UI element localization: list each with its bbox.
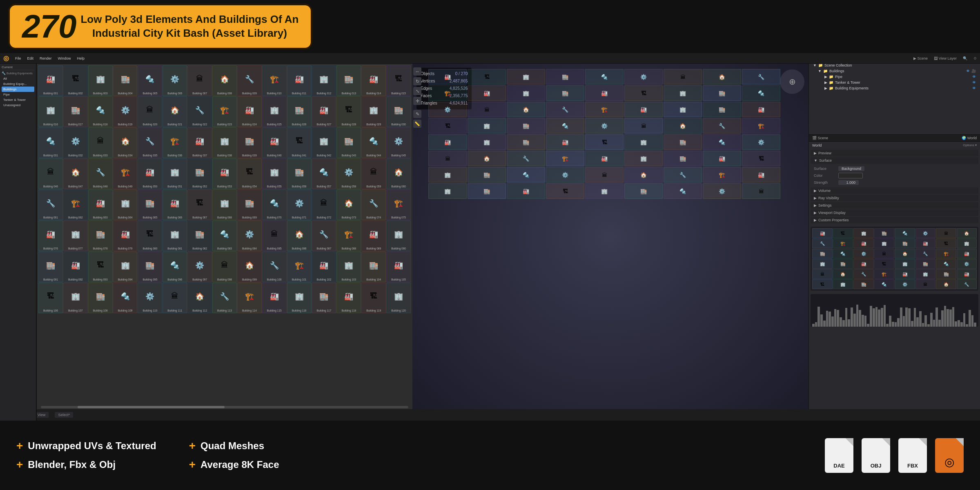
building-cell-008[interactable]: 🏠Building 008 [212,65,237,96]
sidebar-buildings[interactable]: Buildings [2,87,34,92]
mini-viewport-building-29[interactable]: 🏬 [507,118,545,134]
building-cell-030[interactable]: 🏬Building 030 [386,96,411,127]
building-cell-046[interactable]: 🏛Building 046 [38,158,63,189]
preview-section[interactable]: ▶ Preview [811,150,978,156]
building-cell-065[interactable]: 🏬Building 065 [138,189,162,220]
sidebar-unassigned[interactable]: Unassigned [2,102,34,108]
mini-viewport-building-65[interactable]: 🏭 [507,183,545,199]
building-cell-094[interactable]: 🏢Building 094 [113,252,138,282]
mini-viewport-building-33[interactable]: 🏠 [664,118,702,134]
mini-viewport-building-2[interactable]: 🏢 [507,69,545,85]
building-cell-073[interactable]: 🏠Building 073 [336,189,361,220]
pipe-eye-icon[interactable]: 👁 [972,75,976,79]
building-cell-034[interactable]: 🏠Building 034 [113,127,138,158]
props-thumb-21[interactable]: 🔧 [915,249,936,258]
building-cell-076[interactable]: 🏭Building 076 [38,220,63,251]
building-cell-009[interactable]: 🔧Building 009 [237,65,262,96]
building-cell-099[interactable]: 🏠Building 099 [237,252,262,282]
building-cell-010[interactable]: 🏗️Building 010 [262,65,287,96]
building-cell-116[interactable]: 🏢Building 116 [287,283,312,313]
building-cell-066[interactable]: 🏭Building 066 [163,189,187,220]
building-cell-014[interactable]: 🏭Building 014 [361,65,386,96]
props-thumb-23[interactable]: 🏭 [957,249,977,258]
building-cell-077[interactable]: 🏢Building 077 [63,220,88,251]
mini-viewport-building-57[interactable]: ⚙️ [546,167,584,183]
mini-viewport-building-10[interactable]: 🏭 [468,85,506,101]
measure-icon[interactable]: 📏 [413,120,421,128]
building-cell-025[interactable]: 🏢Building 025 [262,96,287,127]
mini-viewport-building-18[interactable]: ⚙️ [428,102,467,117]
scale-tool-icon[interactable]: ⤡ [413,87,421,95]
building-cell-026[interactable]: 🏬Building 026 [287,96,312,127]
move-tool-icon[interactable]: ↔ [413,67,421,76]
building-cell-079[interactable]: 🏭Building 079 [113,220,138,251]
building-cell-019[interactable]: ⚙️Building 019 [113,96,138,127]
mini-viewport-building-52[interactable]: 🏭 [703,151,741,166]
mini-viewport-building-34[interactable]: 🔧 [703,118,741,134]
mini-viewport-building-41[interactable]: 🏢 [624,134,663,150]
building-cell-102[interactable]: 🏭Building 102 [312,252,336,282]
building-cell-006[interactable]: ⚙️Building 006 [163,65,187,96]
building-cell-024[interactable]: 🏭Building 024 [237,96,262,127]
mini-viewport-building-19[interactable]: 🏛 [468,102,506,117]
mini-viewport-building-63[interactable]: 🏢 [428,183,467,199]
building-cell-012[interactable]: 🏢Building 012 [312,65,336,96]
props-thumb-14[interactable]: 🏗 [936,238,956,248]
building-cell-087[interactable]: 🔧Building 087 [312,220,336,251]
building-cell-108[interactable]: 🏬Building 108 [88,283,113,313]
props-thumb-12[interactable]: 🏬 [895,238,915,248]
building-cell-005[interactable]: 🔩Building 005 [138,65,162,96]
props-thumb-1[interactable]: 🏗 [833,228,853,238]
mini-viewport-building-62[interactable]: 🏭 [742,167,780,183]
building-cell-004[interactable]: 🏬Building 004 [113,65,138,96]
building-cell-038[interactable]: 🏢Building 038 [212,127,237,158]
mini-viewport-building-21[interactable]: 🔧 [546,102,584,117]
mini-viewport-building-16[interactable]: 🏬 [703,85,741,101]
menu-edit[interactable]: Edit [27,56,34,60]
building-cell-036[interactable]: 🏗️Building 036 [163,127,187,158]
building-cell-086[interactable]: 🏠Building 086 [287,220,312,251]
mini-viewport-building-3[interactable]: 🏬 [546,69,584,85]
building-cell-013[interactable]: 🏬Building 013 [336,65,361,96]
props-thumb-5[interactable]: ⚙️ [915,228,936,238]
props-thumb-47[interactable]: 🔧 [957,279,977,289]
mini-viewport-building-38[interactable]: 🏬 [507,134,545,150]
building-cell-071[interactable]: ⚙️Building 071 [287,189,312,220]
building-cell-080[interactable]: 🏗Building 080 [138,220,162,251]
building-cell-049[interactable]: 🏗️Building 049 [113,158,138,189]
mini-viewport-building-13[interactable]: 🏭 [585,85,624,101]
horizontal-scrollbar[interactable] [41,406,408,408]
mini-viewport-building-1[interactable]: 🏗 [468,69,506,85]
mini-viewport-building-54[interactable]: 🏢 [428,167,467,183]
mini-viewport-building-66[interactable]: 🏗 [546,183,584,199]
building-cell-110[interactable]: ⚙️Building 110 [138,283,162,313]
mini-viewport-building-40[interactable]: 🏗 [585,134,624,150]
building-cell-113[interactable]: 🔧Building 113 [212,283,237,313]
building-cell-044[interactable]: 🔩Building 044 [361,127,386,158]
building-cell-018[interactable]: 🔩Building 018 [88,96,113,127]
tanker-collection[interactable]: ▶ 📁 Tanker & Tower 👁 [811,80,978,85]
mini-viewport-building-42[interactable]: 🏬 [664,134,702,150]
mini-viewport-building-22[interactable]: 🏗️ [585,102,624,117]
mini-viewport-building-71[interactable]: 🏛 [742,183,780,199]
building-cell-022[interactable]: 🔧Building 022 [187,96,212,127]
props-thumb-17[interactable]: 🔩 [833,249,853,258]
mini-viewport-building-46[interactable]: 🏠 [468,151,506,166]
mini-viewport-building-48[interactable]: 🏗️ [546,151,584,166]
building-cell-091[interactable]: 🏬Building 091 [38,252,63,282]
building-cell-021[interactable]: 🏠Building 021 [163,96,187,127]
building-cell-027[interactable]: 🏭Building 027 [312,96,336,127]
building-cell-070[interactable]: 🔩Building 070 [262,189,287,220]
props-thumb-27[interactable]: 🏗 [874,259,895,269]
building-cell-069[interactable]: 🏬Building 069 [237,189,262,220]
building-cell-040[interactable]: 🏭Building 040 [262,127,287,158]
props-thumb-15[interactable]: 🏢 [957,238,977,248]
mini-viewport-building-28[interactable]: 🏢 [468,118,506,134]
building-cell-056[interactable]: 🏬Building 056 [287,158,312,189]
building-cell-063[interactable]: 🏭Building 063 [88,189,113,220]
props-thumb-24[interactable]: 🏢 [812,259,833,269]
building-cell-088[interactable]: 🏗️Building 088 [336,220,361,251]
mini-viewport-building-23[interactable]: 🏭 [624,102,663,117]
sidebar-all[interactable]: All [2,76,34,81]
rotate-tool-icon[interactable]: ↻ [413,77,421,85]
